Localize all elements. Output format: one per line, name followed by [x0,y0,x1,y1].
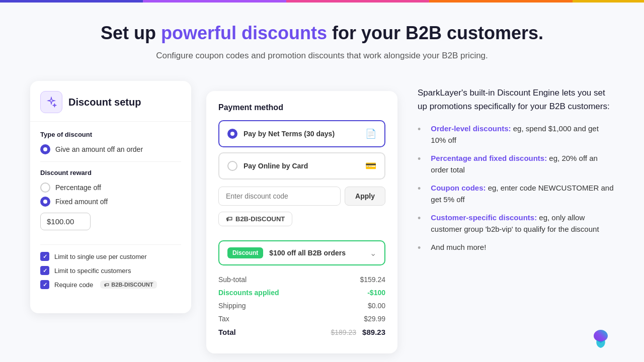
bullet-1-text: Order-level discounts: eg, spend $1,000 … [431,123,614,146]
checkbox-specific-customers[interactable]: Limit to specific customers [40,266,181,275]
checkbox-1 [40,252,49,261]
card-icon: 💳 [365,160,376,171]
checkbox-3 [40,280,49,289]
bullet-percentage: Percentage and fixed discounts: eg, 20% … [418,153,614,175]
checkbox-2 [40,266,49,275]
info-description: SparkLayer's built-in Discount Engine le… [418,86,614,113]
hero-section: Set up powerful discounts for your B2B c… [0,3,644,76]
checkbox-2-label: Limit to specific customers [54,267,131,275]
bar-orange [429,0,572,3]
apply-button[interactable]: Apply [345,187,385,206]
bullet-4-text: Customer-specific discounts: eg, only al… [431,212,614,235]
discount-input-row: Apply [218,187,385,206]
subtotal-line: Sub-total $159.24 [218,276,385,284]
bar-blue [0,0,143,3]
percentage-label: Percentage off [55,184,101,192]
bullet-order-level: Order-level discounts: eg, spend $1,000 … [418,123,614,146]
checkbox-require-code[interactable]: Require code 🏷 B2B-DISCOUNT [40,280,181,289]
payment-card-option[interactable]: Pay Online by Card 💳 [218,152,385,179]
card-body: Type of discount Give an amount off an o… [30,122,191,303]
type-option-label: Give an amount off an order [55,145,143,153]
discount-setup-title: Discount setup [68,97,141,108]
main-content: Discount setup Type of discount Give an … [0,81,644,353]
percentage-radio [40,183,50,193]
discount-summary[interactable]: Discount $100 off all B2B orders ⌄ [218,240,385,265]
discount-setup-card: Discount setup Type of discount Give an … [30,81,191,313]
applied-tag-wrap: 🏷 B2B-DISCOUNT [218,212,385,233]
shipping-line: Shipping $0.00 [218,302,385,310]
discount-code-input[interactable] [218,187,341,206]
checkbox-single-use[interactable]: Limit to single use per customer [40,252,181,261]
hero-title-end: for your B2B customers. [327,23,543,43]
require-code-badge: 🏷 B2B-DISCOUNT [100,281,157,289]
bullet-more: And much more! [418,242,614,255]
bullet-list: Order-level discounts: eg, spend $1,000 … [418,123,614,255]
fixed-label: Fixed amount off [55,198,108,206]
discount-description: $100 off all B2B orders [269,249,364,257]
document-icon: 📄 [365,128,376,139]
net-terms-label: Pay by Net Terms (30 days) [244,130,359,138]
net-terms-radio [227,129,237,139]
fixed-radio [40,197,50,207]
card-label: Pay Online by Card [244,162,359,170]
amount-input[interactable] [40,213,91,230]
bullet-2-text: Percentage and fixed discounts: eg, 20% … [431,153,614,175]
info-panel: SparkLayer's built-in Discount Engine le… [413,81,614,262]
checkbox-3-label: Require code [54,281,93,289]
amount-wrap [40,213,181,237]
fixed-amount-option[interactable]: Fixed amount off [40,197,181,207]
card-header: Discount setup [30,81,191,122]
hero-subtitle: Configure coupon codes and promotion dis… [10,51,634,61]
discount-badge: Discount [227,247,263,258]
total-line: Total $189.23 $89.23 [218,328,385,336]
divider-1 [40,161,181,162]
bar-yellow [573,0,644,3]
bullet-3-text: Coupon codes: eg, enter code NEWCUSTOMER… [431,183,614,205]
type-option-order[interactable]: Give an amount off an order [40,144,181,154]
divider-2 [40,244,181,245]
payment-title: Payment method [218,103,385,112]
tax-line: Tax $29.99 [218,315,385,323]
payment-net-terms[interactable]: Pay by Net Terms (30 days) 📄 [218,120,385,147]
sparklayer-logo-svg [588,326,614,352]
hero-title-start: Set up [101,23,161,43]
card-radio [227,161,237,171]
chevron-down-icon: ⌄ [370,248,376,258]
bar-purple [143,0,286,3]
applied-code-tag: 🏷 B2B-DISCOUNT [218,212,292,226]
bullet-coupon: Coupon codes: eg, enter code NEWCUSTOMER… [418,183,614,205]
top-bar [0,0,644,3]
sparkle-icon [46,97,57,108]
type-label: Type of discount [40,131,181,138]
reward-label: Discount reward [40,169,181,176]
percentage-off-option[interactable]: Percentage off [40,183,181,193]
type-radio-selected [40,144,50,154]
tag-icon: 🏷 [226,215,232,223]
discount-icon-wrap [40,91,62,113]
hero-title-highlight: powerful discounts [161,23,327,43]
checkbox-1-label: Limit to single use per customer [54,253,147,260]
discounts-applied-line: Discounts applied -$100 [218,289,385,297]
hero-title: Set up powerful discounts for your B2B c… [10,23,634,44]
payment-card: Payment method Pay by Net Terms (30 days… [206,91,397,353]
bar-pink [286,0,429,3]
sparklayer-logo [588,326,614,352]
bullet-customer-specific: Customer-specific discounts: eg, only al… [418,212,614,235]
